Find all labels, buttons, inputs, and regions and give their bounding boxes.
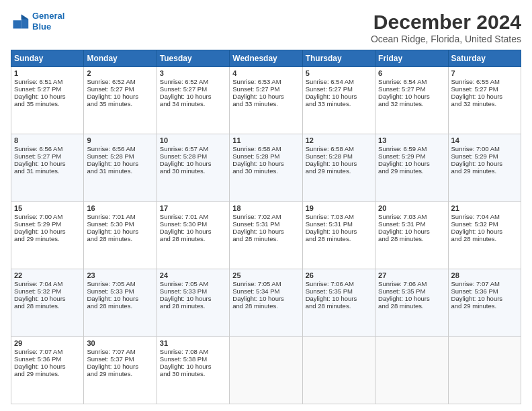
day-info-line: Sunrise: 7:07 AM xyxy=(451,280,518,287)
day-info-line: and 29 minutes. xyxy=(14,235,81,242)
day-info-line: Sunset: 5:27 PM xyxy=(14,152,81,160)
day-info-line: and 28 minutes. xyxy=(306,302,372,310)
day-number: 11 xyxy=(232,136,299,144)
day-number: 10 xyxy=(160,136,226,144)
day-info-line: Sunset: 5:31 PM xyxy=(378,220,445,228)
day-number: 2 xyxy=(87,69,153,77)
calendar-cell: 27Sunrise: 7:06 AMSunset: 5:35 PMDayligh… xyxy=(375,269,448,336)
calendar-cell: 8Sunrise: 6:56 AMSunset: 5:27 PMDaylight… xyxy=(11,134,84,201)
day-number: 26 xyxy=(306,271,372,279)
calendar-cell: 22Sunrise: 7:04 AMSunset: 5:32 PMDayligh… xyxy=(11,269,84,336)
title-block: December 2024 Ocean Ridge, Florida, Unit… xyxy=(371,11,521,44)
day-info-line: Sunrise: 7:04 AM xyxy=(451,213,518,220)
day-info-line: Sunrise: 7:01 AM xyxy=(160,213,226,220)
day-info-line: and 29 minutes. xyxy=(306,167,372,175)
day-info-line: Sunset: 5:31 PM xyxy=(306,220,372,228)
day-info-line: Sunset: 5:34 PM xyxy=(232,287,299,295)
day-info-line: and 28 minutes. xyxy=(160,302,226,310)
day-info-line: Sunrise: 7:00 AM xyxy=(451,145,518,152)
day-info-line: and 28 minutes. xyxy=(87,235,153,242)
day-info-line: Sunset: 5:36 PM xyxy=(451,287,518,295)
day-info-line: Sunrise: 7:03 AM xyxy=(378,213,445,220)
day-number: 16 xyxy=(87,204,153,212)
day-info-line: Sunrise: 7:05 AM xyxy=(160,280,226,287)
calendar-cell: 10Sunrise: 6:57 AMSunset: 5:28 PMDayligh… xyxy=(157,134,229,201)
day-number: 25 xyxy=(232,271,299,279)
day-info-line: Sunset: 5:28 PM xyxy=(306,152,372,160)
day-info-line: Daylight: 10 hours xyxy=(232,295,299,302)
day-info-line: and 33 minutes. xyxy=(306,100,372,107)
calendar-cell: 6Sunrise: 6:54 AMSunset: 5:27 PMDaylight… xyxy=(375,67,448,134)
day-info-line: Sunrise: 7:03 AM xyxy=(306,213,372,220)
main-title: December 2024 xyxy=(371,11,521,34)
day-info-line: Daylight: 10 hours xyxy=(378,295,445,302)
day-number: 8 xyxy=(14,136,81,144)
calendar-table: SundayMondayTuesdayWednesdayThursdayFrid… xyxy=(11,50,521,404)
day-info-line: Daylight: 10 hours xyxy=(14,93,81,100)
calendar-cell: 18Sunrise: 7:02 AMSunset: 5:31 PMDayligh… xyxy=(230,201,302,269)
day-info-line: and 28 minutes. xyxy=(87,302,153,310)
calendar-cell: 13Sunrise: 6:59 AMSunset: 5:29 PMDayligh… xyxy=(375,134,448,201)
day-number: 23 xyxy=(87,271,153,279)
day-info-line: and 34 minutes. xyxy=(160,100,226,107)
day-info-line: Sunset: 5:33 PM xyxy=(87,287,153,295)
day-info-line: Daylight: 10 hours xyxy=(160,93,226,100)
day-number: 27 xyxy=(378,271,445,279)
svg-rect-2 xyxy=(13,20,21,28)
day-info-line: Sunset: 5:32 PM xyxy=(451,220,518,228)
day-info-line: and 28 minutes. xyxy=(378,235,445,242)
day-info-line: Sunset: 5:27 PM xyxy=(306,85,372,93)
day-info-line: Sunrise: 7:08 AM xyxy=(160,348,226,355)
day-number: 17 xyxy=(160,204,226,212)
day-info-line: Sunset: 5:29 PM xyxy=(451,152,518,160)
calendar-cell: 16Sunrise: 7:01 AMSunset: 5:30 PMDayligh… xyxy=(84,201,157,269)
svg-marker-1 xyxy=(21,14,29,19)
day-number: 9 xyxy=(87,136,153,144)
day-info-line: and 28 minutes. xyxy=(232,235,299,242)
day-info-line: Sunset: 5:27 PM xyxy=(87,85,153,93)
day-number: 7 xyxy=(451,69,518,77)
day-info-line: and 28 minutes. xyxy=(14,302,81,310)
day-info-line: Sunrise: 6:58 AM xyxy=(306,145,372,152)
day-info-line: and 29 minutes. xyxy=(451,167,518,175)
day-info-line: and 29 minutes. xyxy=(14,370,81,377)
day-info-line: Sunset: 5:32 PM xyxy=(14,287,81,295)
day-info-line: Daylight: 10 hours xyxy=(306,228,372,235)
day-info-line: Daylight: 10 hours xyxy=(87,93,153,100)
day-info-line: and 32 minutes. xyxy=(378,100,445,107)
day-info-line: Daylight: 10 hours xyxy=(14,160,81,167)
day-info-line: Daylight: 10 hours xyxy=(14,363,81,370)
calendar-cell: 3Sunrise: 6:52 AMSunset: 5:27 PMDaylight… xyxy=(157,67,229,134)
day-number: 5 xyxy=(306,69,372,77)
day-info-line: Sunset: 5:33 PM xyxy=(160,287,226,295)
day-info-line: Daylight: 10 hours xyxy=(160,363,226,370)
day-info-line: Sunset: 5:27 PM xyxy=(160,85,226,93)
calendar-cell: 26Sunrise: 7:06 AMSunset: 5:35 PMDayligh… xyxy=(302,269,375,336)
day-info-line: Sunset: 5:28 PM xyxy=(160,152,226,160)
day-info-line: Sunrise: 6:54 AM xyxy=(306,78,372,85)
calendar-cell: 31Sunrise: 7:08 AMSunset: 5:38 PMDayligh… xyxy=(157,336,229,404)
day-info-line: Sunset: 5:27 PM xyxy=(378,85,445,93)
day-info-line: Daylight: 10 hours xyxy=(451,93,518,100)
day-info-line: Sunrise: 6:51 AM xyxy=(14,78,81,85)
day-info-line: Sunset: 5:30 PM xyxy=(87,220,153,228)
day-number: 13 xyxy=(378,136,445,144)
day-info-line: Daylight: 10 hours xyxy=(232,228,299,235)
day-number: 12 xyxy=(306,136,372,144)
day-info-line: and 28 minutes. xyxy=(232,302,299,310)
day-info-line: Sunrise: 7:06 AM xyxy=(306,280,372,287)
day-info-line: Sunset: 5:28 PM xyxy=(232,152,299,160)
calendar-cell: 11Sunrise: 6:58 AMSunset: 5:28 PMDayligh… xyxy=(230,134,302,201)
day-info-line: Daylight: 10 hours xyxy=(378,93,445,100)
day-info-line: Daylight: 10 hours xyxy=(451,295,518,302)
calendar-cell xyxy=(375,336,448,404)
day-info-line: Sunset: 5:30 PM xyxy=(160,220,226,228)
day-info-line: Daylight: 10 hours xyxy=(87,160,153,167)
day-info-line: Sunrise: 6:52 AM xyxy=(160,78,226,85)
day-info-line: Sunset: 5:28 PM xyxy=(87,152,153,160)
calendar-week-4: 22Sunrise: 7:04 AMSunset: 5:32 PMDayligh… xyxy=(11,269,521,336)
day-number: 20 xyxy=(378,204,445,212)
day-number: 31 xyxy=(160,339,226,347)
calendar-cell: 23Sunrise: 7:05 AMSunset: 5:33 PMDayligh… xyxy=(84,269,157,336)
day-info-line: Sunrise: 7:07 AM xyxy=(14,348,81,355)
